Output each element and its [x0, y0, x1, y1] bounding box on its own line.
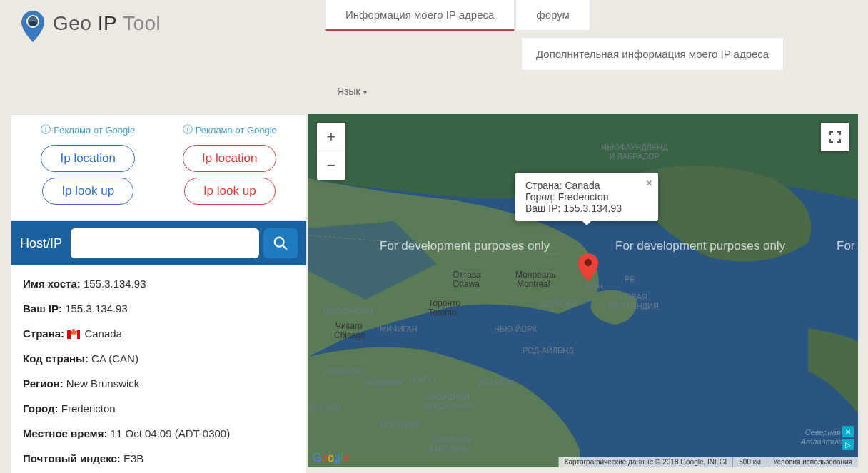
- ad-close-icon[interactable]: ✕: [842, 426, 854, 437]
- zoom-out-button[interactable]: −: [317, 151, 345, 180]
- ads-block: Реклама от Google Ip location Ip look up…: [11, 115, 306, 221]
- infowin-close-button[interactable]: ×: [646, 177, 652, 190]
- map-watermark: For development purposes only: [615, 239, 785, 253]
- svg-point-7: [585, 259, 592, 266]
- map-zoom-controls: + −: [317, 123, 345, 180]
- logo-text: Geo IP Tool: [53, 12, 161, 35]
- fullscreen-icon: [829, 131, 842, 143]
- ad-ip-lookup-left[interactable]: Ip look up: [42, 178, 133, 205]
- ad-ip-location-right[interactable]: Ip location: [183, 145, 277, 172]
- ad-label-right: Реклама от Google: [183, 123, 277, 136]
- map-info-window: × Страна: Canada Город: Fredericton Ваш …: [515, 173, 658, 221]
- search-icon: [273, 235, 288, 251]
- tab-extra-ip-info[interactable]: Дополнительная информация моего IP адрес…: [521, 37, 784, 71]
- map-watermark: For development purposes only: [380, 239, 550, 253]
- map-watermark: For de: [837, 239, 858, 253]
- map-scale: 500 км: [732, 457, 767, 467]
- flag-canada-icon: [67, 330, 80, 339]
- infowin-ip: Ваш IP: 155.3.134.93: [525, 203, 648, 214]
- map-footer: Картографические данные © 2018 Google, I…: [558, 457, 858, 467]
- map-marker-icon[interactable]: [578, 253, 598, 285]
- map-attribution: Картографические данные © 2018 Google, I…: [558, 457, 733, 467]
- svg-line-4: [283, 245, 287, 250]
- info-hostname: Имя хоста: 155.3.134.93: [23, 271, 295, 296]
- ip-info-list: Имя хоста: 155.3.134.93 Ваш IP: 155.3.13…: [11, 265, 306, 473]
- ad-label-left: Реклама от Google: [41, 123, 135, 136]
- info-country: Страна: Canada: [23, 321, 295, 346]
- sidebar: Реклама от Google Ip location Ip look up…: [11, 114, 307, 473]
- zoom-in-button[interactable]: +: [317, 123, 345, 151]
- infowin-city: Город: Fredericton: [525, 191, 648, 203]
- info-region: Регион: New Brunswick: [23, 371, 295, 396]
- info-country-code: Код страны: CA (CAN): [23, 346, 295, 371]
- fullscreen-button[interactable]: [821, 123, 849, 151]
- search-button[interactable]: [263, 228, 298, 258]
- ad-ip-location-left[interactable]: Ip location: [41, 145, 135, 172]
- map-tiles: [308, 114, 858, 467]
- info-your-ip: Ваш IP: 155.3.134.93: [23, 296, 295, 321]
- google-logo: Google: [313, 452, 350, 464]
- info-city: Город: Fredericton: [23, 396, 295, 421]
- adchoices-icon[interactable]: ▷: [842, 439, 854, 450]
- info-localtime: Местное время: 11 Oct 04:09 (ADT-0300): [23, 421, 295, 446]
- search-bar: Host/IP: [11, 221, 306, 265]
- search-label: Host/IP: [20, 236, 62, 251]
- map[interactable]: For development purposes only For develo…: [308, 114, 858, 467]
- map-terms-link[interactable]: Условия использования: [767, 457, 858, 467]
- ad-ip-lookup-right[interactable]: Ip look up: [184, 178, 276, 205]
- logo-pin-icon: [20, 11, 46, 36]
- logo[interactable]: Geo IP Tool: [20, 11, 161, 36]
- info-zip: Почтовый индекс: E3B: [23, 446, 295, 471]
- host-ip-input[interactable]: [71, 228, 259, 258]
- language-dropdown[interactable]: Язык: [337, 86, 367, 97]
- infowin-country: Страна: Canada: [525, 180, 648, 191]
- tab-forum[interactable]: форум: [515, 0, 590, 31]
- tab-my-ip-info[interactable]: Информация моего IP адреса: [325, 0, 515, 31]
